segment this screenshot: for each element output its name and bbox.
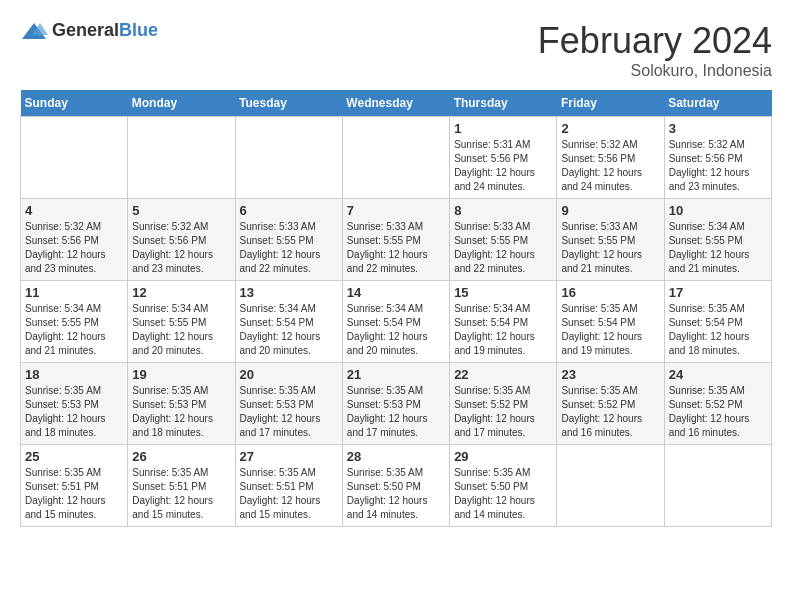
day-detail: Sunrise: 5:34 AM Sunset: 5:55 PM Dayligh… bbox=[132, 302, 230, 358]
day-detail: Sunrise: 5:34 AM Sunset: 5:54 PM Dayligh… bbox=[454, 302, 552, 358]
day-detail: Sunrise: 5:35 AM Sunset: 5:51 PM Dayligh… bbox=[132, 466, 230, 522]
day-detail: Sunrise: 5:35 AM Sunset: 5:51 PM Dayligh… bbox=[240, 466, 338, 522]
day-number: 15 bbox=[454, 285, 552, 300]
day-number: 25 bbox=[25, 449, 123, 464]
day-detail: Sunrise: 5:32 AM Sunset: 5:56 PM Dayligh… bbox=[132, 220, 230, 276]
day-number: 28 bbox=[347, 449, 445, 464]
calendar-body: 1Sunrise: 5:31 AM Sunset: 5:56 PM Daylig… bbox=[21, 117, 772, 527]
day-number: 14 bbox=[347, 285, 445, 300]
calendar-week-row: 4Sunrise: 5:32 AM Sunset: 5:56 PM Daylig… bbox=[21, 199, 772, 281]
day-number: 11 bbox=[25, 285, 123, 300]
logo: GeneralBlue bbox=[20, 20, 158, 41]
day-detail: Sunrise: 5:32 AM Sunset: 5:56 PM Dayligh… bbox=[561, 138, 659, 194]
calendar-cell: 14Sunrise: 5:34 AM Sunset: 5:54 PM Dayli… bbox=[342, 281, 449, 363]
day-detail: Sunrise: 5:35 AM Sunset: 5:53 PM Dayligh… bbox=[132, 384, 230, 440]
day-detail: Sunrise: 5:33 AM Sunset: 5:55 PM Dayligh… bbox=[561, 220, 659, 276]
day-number: 26 bbox=[132, 449, 230, 464]
day-number: 5 bbox=[132, 203, 230, 218]
day-detail: Sunrise: 5:35 AM Sunset: 5:54 PM Dayligh… bbox=[669, 302, 767, 358]
calendar-cell: 4Sunrise: 5:32 AM Sunset: 5:56 PM Daylig… bbox=[21, 199, 128, 281]
day-detail: Sunrise: 5:33 AM Sunset: 5:55 PM Dayligh… bbox=[240, 220, 338, 276]
calendar-cell: 18Sunrise: 5:35 AM Sunset: 5:53 PM Dayli… bbox=[21, 363, 128, 445]
logo-general: General bbox=[52, 20, 119, 40]
calendar-cell: 29Sunrise: 5:35 AM Sunset: 5:50 PM Dayli… bbox=[450, 445, 557, 527]
day-number: 27 bbox=[240, 449, 338, 464]
calendar-cell: 21Sunrise: 5:35 AM Sunset: 5:53 PM Dayli… bbox=[342, 363, 449, 445]
calendar-cell: 13Sunrise: 5:34 AM Sunset: 5:54 PM Dayli… bbox=[235, 281, 342, 363]
logo-icon bbox=[20, 21, 48, 41]
calendar-cell: 5Sunrise: 5:32 AM Sunset: 5:56 PM Daylig… bbox=[128, 199, 235, 281]
day-detail: Sunrise: 5:35 AM Sunset: 5:50 PM Dayligh… bbox=[454, 466, 552, 522]
day-number: 2 bbox=[561, 121, 659, 136]
calendar-cell: 6Sunrise: 5:33 AM Sunset: 5:55 PM Daylig… bbox=[235, 199, 342, 281]
calendar-cell: 16Sunrise: 5:35 AM Sunset: 5:54 PM Dayli… bbox=[557, 281, 664, 363]
day-number: 8 bbox=[454, 203, 552, 218]
day-detail: Sunrise: 5:33 AM Sunset: 5:55 PM Dayligh… bbox=[347, 220, 445, 276]
calendar-cell bbox=[342, 117, 449, 199]
weekday-header-wednesday: Wednesday bbox=[342, 90, 449, 117]
day-detail: Sunrise: 5:35 AM Sunset: 5:52 PM Dayligh… bbox=[561, 384, 659, 440]
day-detail: Sunrise: 5:35 AM Sunset: 5:53 PM Dayligh… bbox=[347, 384, 445, 440]
day-number: 6 bbox=[240, 203, 338, 218]
day-detail: Sunrise: 5:35 AM Sunset: 5:52 PM Dayligh… bbox=[669, 384, 767, 440]
weekday-header-friday: Friday bbox=[557, 90, 664, 117]
calendar-header: SundayMondayTuesdayWednesdayThursdayFrid… bbox=[21, 90, 772, 117]
day-detail: Sunrise: 5:35 AM Sunset: 5:51 PM Dayligh… bbox=[25, 466, 123, 522]
day-number: 3 bbox=[669, 121, 767, 136]
calendar-cell: 24Sunrise: 5:35 AM Sunset: 5:52 PM Dayli… bbox=[664, 363, 771, 445]
day-number: 19 bbox=[132, 367, 230, 382]
day-detail: Sunrise: 5:35 AM Sunset: 5:53 PM Dayligh… bbox=[240, 384, 338, 440]
calendar-cell: 25Sunrise: 5:35 AM Sunset: 5:51 PM Dayli… bbox=[21, 445, 128, 527]
day-number: 13 bbox=[240, 285, 338, 300]
calendar-cell: 2Sunrise: 5:32 AM Sunset: 5:56 PM Daylig… bbox=[557, 117, 664, 199]
calendar-week-row: 11Sunrise: 5:34 AM Sunset: 5:55 PM Dayli… bbox=[21, 281, 772, 363]
calendar-cell: 10Sunrise: 5:34 AM Sunset: 5:55 PM Dayli… bbox=[664, 199, 771, 281]
weekday-header-row: SundayMondayTuesdayWednesdayThursdayFrid… bbox=[21, 90, 772, 117]
day-number: 18 bbox=[25, 367, 123, 382]
weekday-header-monday: Monday bbox=[128, 90, 235, 117]
day-detail: Sunrise: 5:32 AM Sunset: 5:56 PM Dayligh… bbox=[669, 138, 767, 194]
calendar-table: SundayMondayTuesdayWednesdayThursdayFrid… bbox=[20, 90, 772, 527]
day-detail: Sunrise: 5:35 AM Sunset: 5:50 PM Dayligh… bbox=[347, 466, 445, 522]
calendar-cell: 19Sunrise: 5:35 AM Sunset: 5:53 PM Dayli… bbox=[128, 363, 235, 445]
day-detail: Sunrise: 5:33 AM Sunset: 5:55 PM Dayligh… bbox=[454, 220, 552, 276]
calendar-cell: 27Sunrise: 5:35 AM Sunset: 5:51 PM Dayli… bbox=[235, 445, 342, 527]
logo-text: GeneralBlue bbox=[52, 20, 158, 41]
weekday-header-saturday: Saturday bbox=[664, 90, 771, 117]
day-number: 12 bbox=[132, 285, 230, 300]
header: GeneralBlue February 2024 Solokuro, Indo… bbox=[20, 20, 772, 80]
weekday-header-tuesday: Tuesday bbox=[235, 90, 342, 117]
calendar-cell: 9Sunrise: 5:33 AM Sunset: 5:55 PM Daylig… bbox=[557, 199, 664, 281]
day-number: 1 bbox=[454, 121, 552, 136]
calendar-cell: 8Sunrise: 5:33 AM Sunset: 5:55 PM Daylig… bbox=[450, 199, 557, 281]
day-number: 9 bbox=[561, 203, 659, 218]
calendar-cell: 22Sunrise: 5:35 AM Sunset: 5:52 PM Dayli… bbox=[450, 363, 557, 445]
day-number: 10 bbox=[669, 203, 767, 218]
day-detail: Sunrise: 5:35 AM Sunset: 5:53 PM Dayligh… bbox=[25, 384, 123, 440]
day-number: 7 bbox=[347, 203, 445, 218]
day-detail: Sunrise: 5:34 AM Sunset: 5:54 PM Dayligh… bbox=[347, 302, 445, 358]
day-number: 29 bbox=[454, 449, 552, 464]
day-number: 4 bbox=[25, 203, 123, 218]
calendar-cell: 26Sunrise: 5:35 AM Sunset: 5:51 PM Dayli… bbox=[128, 445, 235, 527]
logo-blue: Blue bbox=[119, 20, 158, 40]
day-detail: Sunrise: 5:34 AM Sunset: 5:55 PM Dayligh… bbox=[25, 302, 123, 358]
calendar-cell bbox=[235, 117, 342, 199]
day-number: 17 bbox=[669, 285, 767, 300]
day-detail: Sunrise: 5:35 AM Sunset: 5:52 PM Dayligh… bbox=[454, 384, 552, 440]
weekday-header-sunday: Sunday bbox=[21, 90, 128, 117]
calendar-week-row: 1Sunrise: 5:31 AM Sunset: 5:56 PM Daylig… bbox=[21, 117, 772, 199]
calendar-cell: 1Sunrise: 5:31 AM Sunset: 5:56 PM Daylig… bbox=[450, 117, 557, 199]
calendar-cell: 17Sunrise: 5:35 AM Sunset: 5:54 PM Dayli… bbox=[664, 281, 771, 363]
calendar-cell bbox=[21, 117, 128, 199]
calendar-cell: 20Sunrise: 5:35 AM Sunset: 5:53 PM Dayli… bbox=[235, 363, 342, 445]
calendar-cell: 15Sunrise: 5:34 AM Sunset: 5:54 PM Dayli… bbox=[450, 281, 557, 363]
calendar-cell: 3Sunrise: 5:32 AM Sunset: 5:56 PM Daylig… bbox=[664, 117, 771, 199]
day-detail: Sunrise: 5:35 AM Sunset: 5:54 PM Dayligh… bbox=[561, 302, 659, 358]
day-detail: Sunrise: 5:34 AM Sunset: 5:55 PM Dayligh… bbox=[669, 220, 767, 276]
calendar-cell: 7Sunrise: 5:33 AM Sunset: 5:55 PM Daylig… bbox=[342, 199, 449, 281]
calendar-week-row: 25Sunrise: 5:35 AM Sunset: 5:51 PM Dayli… bbox=[21, 445, 772, 527]
location-subtitle: Solokuro, Indonesia bbox=[538, 62, 772, 80]
title-area: February 2024 Solokuro, Indonesia bbox=[538, 20, 772, 80]
calendar-cell: 23Sunrise: 5:35 AM Sunset: 5:52 PM Dayli… bbox=[557, 363, 664, 445]
